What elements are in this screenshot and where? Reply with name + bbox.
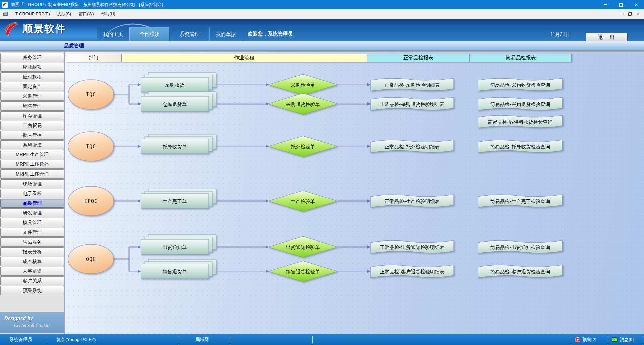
flow-inspection-diamond[interactable]: 采购退货检验单: [268, 93, 337, 114]
sidebar-item[interactable]: 采购管理: [0, 92, 64, 101]
mdi-minimize-icon[interactable]: [618, 14, 626, 14]
flow-simple-report[interactable]: 简易品检-出货通知检验查询: [478, 240, 562, 253]
flow-process-box[interactable]: 生产完工单: [141, 189, 216, 208]
flow-normal-report[interactable]: 正常品检-托外检验明细表: [371, 140, 454, 153]
flow-normal-report[interactable]: 正常品检-采购检验明细表: [371, 78, 454, 91]
flow-simple-report[interactable]: 简易品检-客户退货检验查询: [478, 265, 562, 278]
sidebar-item[interactable]: 条码管控: [0, 140, 64, 149]
status-messages[interactable]: 消息[9]: [612, 334, 634, 345]
svg-text:采购检验单: 采购检验单: [291, 82, 315, 88]
flow-simple-report[interactable]: 简易品检-采购退货检验查询: [478, 97, 562, 110]
flow-process-box[interactable]: 采购收货: [141, 73, 216, 92]
flow-dept-ellipse[interactable]: IQC: [68, 132, 114, 161]
flow-process-box[interactable]: 出货通知单: [141, 235, 216, 254]
window-title: 顺景『T-GROUP』制造业ERP系统 - 东莞顺景软件科技有限公司 - [系统…: [11, 2, 163, 8]
menu-item[interactable]: 皮肤(S): [54, 9, 75, 19]
svg-text:采购退货检验单: 采购退货检验单: [286, 101, 320, 107]
flow-process-box[interactable]: 托外收货单: [141, 134, 216, 154]
flow-normal-report[interactable]: 正常品检-采购退货检验明细表: [371, 97, 454, 110]
sidebar-item[interactable]: 品质管理: [0, 199, 64, 208]
flow-normal-report[interactable]: 正常品检-客户退货检验明细表: [371, 265, 454, 278]
flow-inspection-diamond[interactable]: 出货通知检验单: [268, 236, 337, 257]
minimize-icon[interactable]: [598, 0, 613, 9]
flow-simple-report[interactable]: 简易品检-客供料收货检验查询: [478, 115, 562, 128]
mdi-close-icon[interactable]: ×: [634, 12, 642, 17]
flow-inspection-diamond[interactable]: 托外检验单: [268, 136, 337, 157]
logo-text: 顺景软件: [23, 22, 66, 36]
status-user: 系统管理员: [9, 334, 32, 345]
svg-text:正常品检-托外检验明细表: 正常品检-托外检验明细表: [385, 144, 440, 149]
flow-dept-ellipse[interactable]: IPQC: [68, 186, 114, 216]
sidebar-item[interactable]: MRPⅡ 工序托外: [0, 160, 64, 169]
svg-text:简易品检-客供料收货检验查询: 简易品检-客供料收货检验查询: [488, 119, 552, 125]
svg-text:IPQC: IPQC: [84, 198, 98, 204]
svg-text:IQC: IQC: [86, 144, 96, 150]
svg-text:生产检验单: 生产检验单: [291, 199, 315, 204]
sidebar-item[interactable]: 预警系统: [0, 286, 64, 295]
flow-inspection-diamond[interactable]: 生产检验单: [268, 191, 337, 211]
sidebar-item[interactable]: 文件管理: [0, 228, 64, 237]
sidebar-item[interactable]: 销售管理: [0, 101, 64, 111]
sidebar-item[interactable]: 固定资产: [0, 82, 64, 91]
sidebar-item[interactable]: 三角贸易: [0, 121, 64, 130]
designed-by-line2: CenterSoft Co.,Ltd.: [14, 323, 64, 328]
mdi-window-controls: ×: [618, 12, 642, 17]
flow-dept-ellipse[interactable]: IQC: [68, 80, 114, 109]
sidebar-item[interactable]: 报表分析: [0, 247, 64, 256]
flow-normal-report[interactable]: 正常品检-生产检验明细表: [371, 195, 454, 207]
flow-simple-report[interactable]: 简易品检-采购收货检验查询: [478, 78, 562, 91]
statusbar-separator: [608, 336, 608, 343]
flow-inspection-diamond[interactable]: 采购检验单: [268, 74, 337, 95]
flow-dept-ellipse[interactable]: OQC: [68, 244, 114, 274]
brand-logo: 顺景软件: [4, 21, 66, 36]
close-icon[interactable]: ×: [629, 0, 644, 9]
svg-text:仓库退货单: 仓库退货单: [163, 101, 187, 107]
shunjing-logo-glyph: [3, 2, 7, 7]
svg-text:简易品检-采购退货检验查询: 简易品检-采购退货检验查询: [490, 101, 550, 107]
alert-icon: [575, 335, 580, 345]
sidebar-item[interactable]: 库存管理: [0, 111, 64, 120]
statusbar-separator: [230, 336, 230, 343]
sidebar-item[interactable]: 模具管理: [0, 218, 64, 227]
statusbar-separator: [643, 336, 643, 343]
flow-process-box[interactable]: 销售退货单: [141, 259, 216, 279]
menu-item[interactable]: 帮助(H): [97, 9, 119, 19]
sidebar-item[interactable]: MRPⅡ 生产管理: [0, 150, 64, 159]
sidebar-item[interactable]: MRPⅡ 工序管理: [0, 169, 64, 179]
sidebar-item[interactable]: 应付款项: [0, 72, 64, 81]
nav-tab[interactable]: 我的单据: [209, 27, 242, 41]
menu-item[interactable]: 窗口(W): [75, 9, 97, 19]
erp-window: 顺景『T-GROUP』制造业ERP系统 - 东莞顺景软件科技有限公司 - [系统…: [0, 0, 644, 345]
svg-text:出货通知检验单: 出货通知检验单: [286, 245, 320, 250]
mdi-restore-icon[interactable]: [626, 12, 634, 16]
sidebar-item[interactable]: 人事薪资: [0, 267, 64, 276]
svg-text:销售退货检验单: 销售退货检验单: [285, 269, 320, 274]
flow-process-box[interactable]: 仓库退货单: [141, 92, 216, 111]
sidebar-item[interactable]: 现场管理: [0, 179, 64, 188]
menubar: T-GROUP ERP(E)皮肤(S)窗口(W)帮助(H) ×: [0, 9, 644, 19]
exit-button[interactable]: 退 出: [586, 33, 627, 41]
restore-icon[interactable]: [613, 0, 629, 9]
sidebar-item[interactable]: 成本核算: [0, 257, 64, 266]
nav-tab[interactable]: 我的主页: [97, 27, 129, 41]
quality-flowchart: IQC采购收货采购检验单正常品检-采购检验明细表简易品检-采购收货检验查询仓库退…: [65, 52, 644, 334]
sidebar-item[interactable]: 批号管控: [0, 131, 64, 140]
flow-inspection-diamond[interactable]: 销售退货检验单: [268, 261, 337, 282]
menu-app-icon: [3, 12, 8, 16]
flow-normal-report[interactable]: 正常品检-出货通知检验明细表: [371, 240, 454, 253]
nav-tab[interactable]: 系统管理: [170, 27, 209, 41]
flow-simple-report[interactable]: 简易品检-生产完工检验查询: [478, 195, 562, 207]
flow-simple-report[interactable]: 简易品检-托外收货检验查询: [478, 140, 562, 153]
sidebar-item[interactable]: 应收款项: [0, 63, 64, 72]
app-icon: [2, 2, 8, 8]
sidebar-item[interactable]: 账务管理: [0, 53, 64, 62]
sidebar-item[interactable]: 研发管理: [0, 208, 64, 217]
sidebar-item[interactable]: 电子看板: [0, 189, 64, 198]
sidebar-item[interactable]: 客户关系: [0, 276, 64, 285]
svg-text:正常品检-采购检验明细表: 正常品检-采购检验明细表: [385, 82, 440, 88]
sidebar-item[interactable]: 售后服务: [0, 237, 64, 247]
nav-tab[interactable]: 全部模块: [129, 27, 170, 41]
status-alerts[interactable]: 预警[2]: [575, 334, 596, 345]
titlebar: 顺景『T-GROUP』制造业ERP系统 - 东莞顺景软件科技有限公司 - [系统…: [0, 0, 644, 9]
menu-item[interactable]: T-GROUP ERP(E): [12, 9, 54, 19]
